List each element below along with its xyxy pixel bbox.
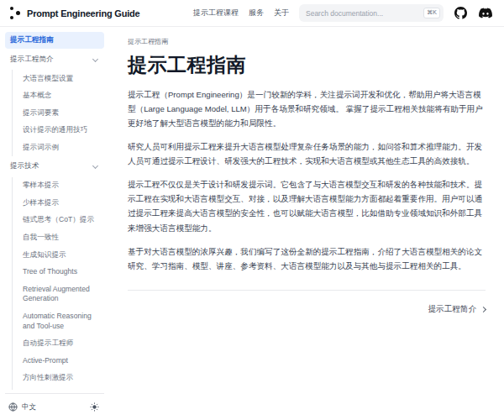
search-placeholder: Search documentation... — [306, 9, 418, 18]
sidebar-item-label: 方向性刺激提示 — [23, 373, 73, 383]
sidebar-item-label: 基本概念 — [23, 91, 51, 101]
logo[interactable]: Prompt Engineering Guide — [10, 7, 140, 20]
sidebar-item[interactable]: 零样本提示 — [12, 177, 104, 195]
sidebar-item[interactable]: 提示工程指南 — [5, 32, 104, 49]
sidebar-item[interactable]: 设计提示的通用技巧 — [12, 122, 104, 139]
sidebar-item-label: 提示工程指南 — [10, 35, 54, 45]
sidebar-item[interactable]: 少样本提示 — [12, 194, 104, 212]
header-nav: 提示工程课程服务关于 — [193, 8, 289, 18]
chevron-down-icon — [92, 163, 98, 169]
language-label: 中文 — [22, 402, 36, 412]
sidebar-item[interactable]: 大语言模型设置 — [12, 70, 104, 87]
github-icon[interactable] — [454, 6, 468, 20]
header-nav-link[interactable]: 提示工程课程 — [193, 8, 239, 18]
paragraph: 提示工程不仅仅是关于设计和研发提示词。它包含了与大语言模型交互和研发的各种技能和… — [128, 177, 486, 234]
discord-icon[interactable] — [478, 6, 492, 20]
sidebar-item[interactable]: Automatic Reasoning and Tool-use — [12, 308, 104, 335]
sidebar-item[interactable]: 方向性刺激提示 — [12, 370, 104, 387]
page-title: 提示工程指南 — [128, 52, 486, 78]
search-shortcut-badge: ⌘K — [423, 8, 440, 18]
sidebar-item-label: Tree of Thoughts — [23, 267, 77, 277]
sidebar-item[interactable]: Tree of Thoughts — [12, 264, 104, 281]
next-page-label: 提示工程简介 — [428, 304, 476, 315]
sidebar-footer: 中文 — [5, 393, 104, 420]
sidebar-item[interactable]: ReAct框架 — [12, 386, 104, 390]
chevron-right-icon — [480, 307, 486, 312]
search-input[interactable]: Search documentation... ⌘K — [299, 4, 444, 22]
sidebar-item[interactable]: Active-Prompt — [12, 352, 104, 370]
sidebar-item[interactable]: 生成知识提示 — [12, 246, 104, 264]
sidebar-item[interactable]: 提示词要素 — [12, 104, 104, 122]
article-body: 提示工程（Prompt Engineering）是一门较新的学科，关注提示词开发… — [128, 87, 486, 273]
sidebar-item-label: Retrieval Augmented Generation — [23, 285, 101, 304]
language-switcher[interactable]: 中文 — [8, 402, 36, 412]
sidebar-item-label: 少样本提示 — [23, 198, 59, 208]
paragraph: 研究人员可利用提示工程来提升大语言模型处理复杂任务场景的能力，如问答和算术推理能… — [128, 139, 486, 168]
sidebar-item[interactable]: 自动提示工程师 — [12, 335, 104, 353]
header-nav-link[interactable]: 服务 — [249, 8, 264, 18]
sidebar-item-label: Active-Prompt — [23, 356, 68, 366]
paragraph: 基于对大语言模型的浓厚兴趣，我们编写了这份全新的提示工程指南，介绍了大语言模型相… — [128, 244, 486, 273]
logo-text: Prompt Engineering Guide — [27, 8, 140, 18]
sidebar-nav: 提示工程指南提示工程简介大语言模型设置基本概念提示词要素设计提示的通用技巧提示词… — [5, 32, 104, 390]
sidebar-item-label: 自动提示工程师 — [23, 339, 73, 349]
paragraph: 提示工程（Prompt Engineering）是一门较新的学科，关注提示词开发… — [128, 87, 486, 130]
sidebar-item-label: 设计提示的通用技巧 — [23, 125, 87, 135]
sidebar-item[interactable]: 自我一致性 — [12, 229, 104, 247]
sidebar-item-label: 提示词要素 — [23, 108, 59, 118]
sidebar-item-label: 自我一致性 — [23, 233, 59, 243]
next-page-link[interactable]: 提示工程简介 — [428, 304, 486, 315]
sidebar-item[interactable]: Retrieval Augmented Generation — [12, 281, 104, 307]
sidebar-item-label: 大语言模型设置 — [23, 74, 73, 84]
sidebar-item[interactable]: 提示工程简介 — [5, 51, 104, 68]
main-content: 提示工程指南 提示工程指南 提示工程（Prompt Engineering）是一… — [109, 27, 504, 420]
sidebar-item[interactable]: 提示技术 — [5, 158, 104, 175]
globe-icon — [8, 402, 18, 412]
sidebar-item-label: 零样本提示 — [23, 181, 59, 191]
sidebar-item-label: 链式思考（CoT）提示 — [23, 215, 94, 225]
sidebar-item-label: 提示工程简介 — [10, 55, 54, 65]
sidebar: 提示工程指南提示工程简介大语言模型设置基本概念提示词要素设计提示的通用技巧提示词… — [0, 27, 109, 420]
sidebar-item[interactable]: 提示词示例 — [12, 139, 104, 157]
sidebar-item[interactable]: 基本概念 — [12, 87, 104, 105]
header-nav-link[interactable]: 关于 — [274, 8, 289, 18]
sidebar-item-label: 提示技术 — [10, 161, 39, 171]
chevron-down-icon — [92, 56, 98, 62]
sidebar-item-label: 提示词示例 — [23, 143, 59, 153]
header-right: 提示工程课程服务关于 Search documentation... ⌘K — [193, 4, 492, 22]
sidebar-item-label: Automatic Reasoning and Tool-use — [23, 312, 101, 331]
page-shell: 提示工程指南提示工程简介大语言模型设置基本概念提示词要素设计提示的通用技巧提示词… — [0, 27, 504, 420]
theme-toggle[interactable] — [90, 402, 99, 412]
logo-dots-icon — [10, 7, 21, 20]
pagination-row: 提示工程简介 — [128, 290, 486, 315]
sidebar-item[interactable]: 链式思考（CoT）提示 — [12, 212, 104, 229]
sidebar-item-label: 生成知识提示 — [23, 250, 66, 260]
top-header: Prompt Engineering Guide 提示工程课程服务关于 Sear… — [0, 0, 504, 27]
breadcrumb: 提示工程指南 — [128, 37, 486, 46]
